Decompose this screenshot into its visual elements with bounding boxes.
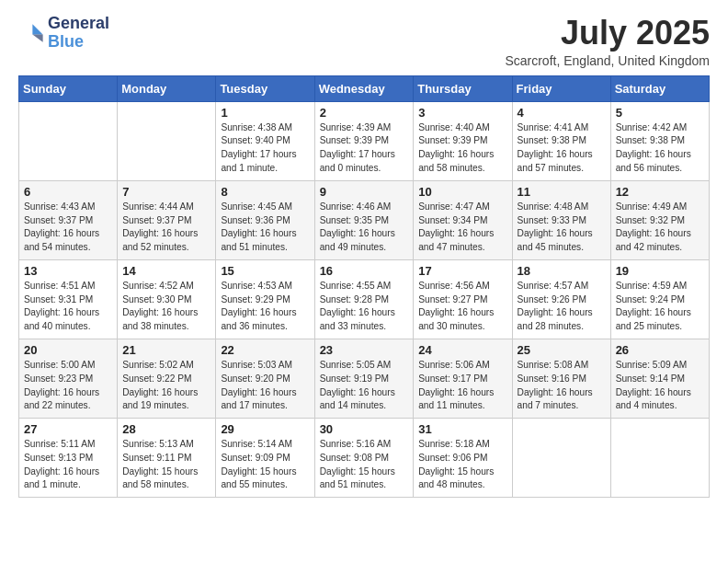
- calendar-cell: [610, 419, 709, 498]
- calendar-cell: 28Sunrise: 5:13 AM Sunset: 9:11 PM Dayli…: [118, 419, 216, 498]
- calendar-cell: 7Sunrise: 4:44 AM Sunset: 9:37 PM Daylig…: [118, 180, 216, 259]
- calendar-cell: 6Sunrise: 4:43 AM Sunset: 9:37 PM Daylig…: [19, 180, 118, 259]
- logo-icon: [18, 20, 44, 46]
- day-content: Sunrise: 5:08 AM Sunset: 9:16 PM Dayligh…: [518, 359, 606, 413]
- calendar-cell: [512, 419, 610, 498]
- day-content: Sunrise: 4:56 AM Sunset: 9:27 PM Dayligh…: [418, 280, 506, 334]
- calendar-cell: 22Sunrise: 5:03 AM Sunset: 9:20 PM Dayli…: [216, 339, 314, 418]
- col-header-saturday: Saturday: [610, 75, 709, 101]
- day-content: Sunrise: 4:55 AM Sunset: 9:28 PM Dayligh…: [320, 280, 409, 334]
- calendar-cell: 17Sunrise: 4:56 AM Sunset: 9:27 PM Dayli…: [414, 259, 512, 339]
- calendar-cell: 8Sunrise: 4:45 AM Sunset: 9:36 PM Daylig…: [216, 180, 314, 259]
- day-content: Sunrise: 5:18 AM Sunset: 9:06 PM Dayligh…: [418, 438, 506, 492]
- calendar-week-row: 20Sunrise: 5:00 AM Sunset: 9:23 PM Dayli…: [19, 339, 710, 418]
- calendar-cell: 25Sunrise: 5:08 AM Sunset: 9:16 PM Dayli…: [512, 339, 610, 418]
- day-content: Sunrise: 4:48 AM Sunset: 9:33 PM Dayligh…: [518, 201, 606, 255]
- day-content: Sunrise: 4:53 AM Sunset: 9:29 PM Dayligh…: [221, 280, 309, 334]
- col-header-monday: Monday: [118, 75, 216, 101]
- calendar-cell: 5Sunrise: 4:42 AM Sunset: 9:38 PM Daylig…: [610, 101, 709, 180]
- calendar-table: SundayMondayTuesdayWednesdayThursdayFrid…: [18, 75, 710, 499]
- header: General Blue July 2025 Scarcroft, Englan…: [18, 15, 710, 68]
- day-number: 29: [221, 422, 309, 436]
- day-number: 8: [221, 185, 309, 199]
- day-number: 24: [418, 343, 506, 357]
- day-number: 27: [24, 422, 112, 436]
- day-content: Sunrise: 5:02 AM Sunset: 9:22 PM Dayligh…: [122, 359, 210, 413]
- day-content: Sunrise: 4:49 AM Sunset: 9:32 PM Dayligh…: [616, 201, 704, 255]
- calendar-cell: 19Sunrise: 4:59 AM Sunset: 9:24 PM Dayli…: [610, 259, 709, 339]
- day-number: 9: [320, 185, 409, 199]
- logo-general-text: General: [48, 15, 109, 33]
- svg-marker-0: [32, 24, 42, 34]
- calendar-cell: 4Sunrise: 4:41 AM Sunset: 9:38 PM Daylig…: [512, 101, 610, 180]
- day-content: Sunrise: 4:57 AM Sunset: 9:26 PM Dayligh…: [518, 280, 606, 334]
- calendar-cell: 18Sunrise: 4:57 AM Sunset: 9:26 PM Dayli…: [512, 259, 610, 339]
- day-number: 7: [122, 185, 210, 199]
- calendar-cell: 15Sunrise: 4:53 AM Sunset: 9:29 PM Dayli…: [216, 259, 314, 339]
- day-number: 21: [122, 343, 210, 357]
- day-number: 28: [122, 422, 210, 436]
- day-content: Sunrise: 4:51 AM Sunset: 9:31 PM Dayligh…: [24, 280, 112, 334]
- day-content: Sunrise: 4:59 AM Sunset: 9:24 PM Dayligh…: [616, 280, 704, 334]
- logo-blue-text: Blue: [48, 33, 109, 52]
- day-content: Sunrise: 4:41 AM Sunset: 9:38 PM Dayligh…: [518, 121, 606, 176]
- calendar-cell: 1Sunrise: 4:38 AM Sunset: 9:40 PM Daylig…: [216, 101, 314, 180]
- calendar-cell: 11Sunrise: 4:48 AM Sunset: 9:33 PM Dayli…: [512, 180, 610, 259]
- title-block: July 2025 Scarcroft, England, United Kin…: [505, 15, 710, 68]
- col-header-sunday: Sunday: [19, 75, 118, 101]
- day-content: Sunrise: 5:00 AM Sunset: 9:23 PM Dayligh…: [24, 359, 112, 413]
- calendar-cell: 2Sunrise: 4:39 AM Sunset: 9:39 PM Daylig…: [314, 101, 414, 180]
- day-number: 13: [24, 264, 112, 278]
- day-number: 6: [24, 185, 112, 199]
- col-header-tuesday: Tuesday: [216, 75, 314, 101]
- page: General Blue July 2025 Scarcroft, Englan…: [0, 0, 728, 516]
- calendar-cell: 24Sunrise: 5:06 AM Sunset: 9:17 PM Dayli…: [414, 339, 512, 418]
- day-content: Sunrise: 4:52 AM Sunset: 9:30 PM Dayligh…: [122, 280, 210, 334]
- day-number: 22: [221, 343, 309, 357]
- day-number: 26: [616, 343, 704, 357]
- calendar-cell: 27Sunrise: 5:11 AM Sunset: 9:13 PM Dayli…: [19, 419, 118, 498]
- day-number: 3: [418, 106, 506, 120]
- day-number: 14: [122, 264, 210, 278]
- day-number: 17: [418, 264, 506, 278]
- day-content: Sunrise: 5:14 AM Sunset: 9:09 PM Dayligh…: [221, 438, 309, 492]
- calendar-header-row: SundayMondayTuesdayWednesdayThursdayFrid…: [19, 75, 710, 101]
- day-number: 16: [320, 264, 409, 278]
- day-number: 20: [24, 343, 112, 357]
- day-number: 19: [616, 264, 704, 278]
- day-content: Sunrise: 5:03 AM Sunset: 9:20 PM Dayligh…: [221, 359, 309, 413]
- day-content: Sunrise: 4:43 AM Sunset: 9:37 PM Dayligh…: [24, 201, 112, 255]
- day-number: 2: [320, 106, 409, 120]
- day-content: Sunrise: 5:06 AM Sunset: 9:17 PM Dayligh…: [418, 359, 506, 413]
- svg-marker-1: [32, 34, 42, 41]
- day-number: 18: [518, 264, 606, 278]
- calendar-cell: 29Sunrise: 5:14 AM Sunset: 9:09 PM Dayli…: [216, 419, 314, 498]
- day-content: Sunrise: 5:11 AM Sunset: 9:13 PM Dayligh…: [24, 438, 112, 492]
- calendar-cell: 26Sunrise: 5:09 AM Sunset: 9:14 PM Dayli…: [610, 339, 709, 418]
- day-content: Sunrise: 4:42 AM Sunset: 9:38 PM Dayligh…: [616, 121, 704, 176]
- day-number: 15: [221, 264, 309, 278]
- calendar-cell: 21Sunrise: 5:02 AM Sunset: 9:22 PM Dayli…: [118, 339, 216, 418]
- calendar-cell: 16Sunrise: 4:55 AM Sunset: 9:28 PM Dayli…: [314, 259, 414, 339]
- calendar-cell: 20Sunrise: 5:00 AM Sunset: 9:23 PM Dayli…: [19, 339, 118, 418]
- calendar-week-row: 6Sunrise: 4:43 AM Sunset: 9:37 PM Daylig…: [19, 180, 710, 259]
- day-content: Sunrise: 4:47 AM Sunset: 9:34 PM Dayligh…: [418, 201, 506, 255]
- logo-text: General Blue: [48, 15, 109, 52]
- day-content: Sunrise: 5:09 AM Sunset: 9:14 PM Dayligh…: [616, 359, 704, 413]
- day-content: Sunrise: 5:13 AM Sunset: 9:11 PM Dayligh…: [122, 438, 210, 492]
- calendar-cell: [19, 101, 118, 180]
- calendar-cell: 14Sunrise: 4:52 AM Sunset: 9:30 PM Dayli…: [118, 259, 216, 339]
- month-title: July 2025: [505, 15, 710, 52]
- calendar-week-row: 1Sunrise: 4:38 AM Sunset: 9:40 PM Daylig…: [19, 101, 710, 180]
- calendar-cell: [118, 101, 216, 180]
- calendar-cell: 30Sunrise: 5:16 AM Sunset: 9:08 PM Dayli…: [314, 419, 414, 498]
- calendar-cell: 23Sunrise: 5:05 AM Sunset: 9:19 PM Dayli…: [314, 339, 414, 418]
- day-number: 1: [221, 106, 309, 120]
- day-content: Sunrise: 4:45 AM Sunset: 9:36 PM Dayligh…: [221, 201, 309, 255]
- calendar-week-row: 13Sunrise: 4:51 AM Sunset: 9:31 PM Dayli…: [19, 259, 710, 339]
- day-content: Sunrise: 4:40 AM Sunset: 9:39 PM Dayligh…: [418, 121, 506, 176]
- logo: General Blue: [18, 15, 109, 52]
- day-number: 12: [616, 185, 704, 199]
- calendar-week-row: 27Sunrise: 5:11 AM Sunset: 9:13 PM Dayli…: [19, 419, 710, 498]
- calendar-cell: 13Sunrise: 4:51 AM Sunset: 9:31 PM Dayli…: [19, 259, 118, 339]
